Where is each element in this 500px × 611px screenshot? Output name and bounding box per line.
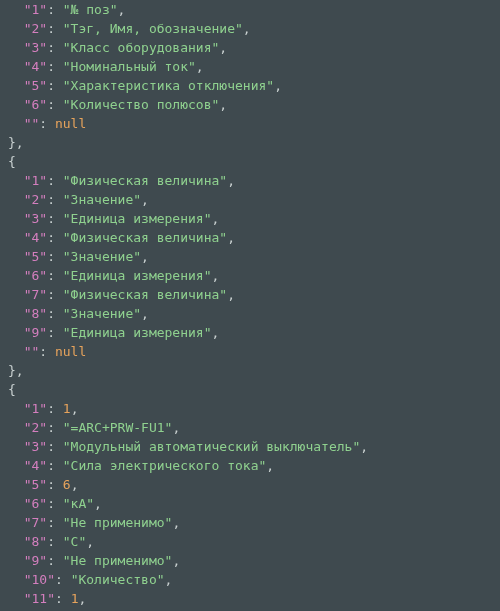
json-key: "1" (24, 2, 47, 17)
json-string-value: "C" (63, 534, 86, 549)
json-string-value: "Не применимо" (63, 553, 173, 568)
json-string-value: "Физическая величина" (63, 287, 227, 302)
json-string-value: "Количество" (71, 572, 165, 587)
json-string-value: "Не применимо" (63, 515, 173, 530)
json-key: "4" (24, 59, 47, 74)
json-key: "1" (24, 401, 47, 416)
json-code-view: "1": "№ поз", "2": "Тэг, Имя, обозначени… (0, 0, 500, 611)
json-key: "6" (24, 268, 47, 283)
json-string-value: "Единица измерения" (63, 268, 212, 283)
json-string-value: "Единица измерения" (63, 325, 212, 340)
json-string-value: "Класс оборудования" (63, 40, 220, 55)
json-string-value: "Значение" (63, 306, 141, 321)
json-key: "6" (24, 97, 47, 112)
json-key: "3" (24, 211, 47, 226)
json-key: "8" (24, 306, 47, 321)
json-null-value: null (55, 344, 86, 359)
json-key: "5" (24, 477, 47, 492)
json-key: "4" (24, 230, 47, 245)
json-key: "4" (24, 458, 47, 473)
json-key: "5" (24, 249, 47, 264)
json-key: "" (24, 116, 40, 131)
json-key: "9" (24, 553, 47, 568)
json-key: "3" (24, 439, 47, 454)
json-object-open: { (8, 382, 16, 397)
json-key: "2" (24, 420, 47, 435)
json-number-value: 6 (63, 477, 71, 492)
json-key: "3" (24, 40, 47, 55)
json-string-value: "Единица измерения" (63, 211, 212, 226)
json-string-value: "Физическая величина" (63, 173, 227, 188)
json-key: "9" (24, 325, 47, 340)
json-object-close: } (8, 363, 16, 378)
json-string-value: "Тэг, Имя, обозначение" (63, 21, 243, 36)
json-key: "" (24, 344, 40, 359)
json-object-close: } (8, 135, 16, 150)
json-number-value: 1 (63, 401, 71, 416)
json-key: "5" (24, 78, 47, 93)
json-key: "2" (24, 21, 47, 36)
json-string-value: "=ARC+PRW-FU1" (63, 420, 173, 435)
json-string-value: "Значение" (63, 249, 141, 264)
json-string-value: "Модульный автоматический выключатель" (63, 439, 360, 454)
json-string-value: "№ поз" (63, 2, 118, 17)
json-object-open: { (8, 154, 16, 169)
json-key: "7" (24, 515, 47, 530)
json-string-value: "Значение" (63, 192, 141, 207)
json-string-value: "кА" (63, 496, 94, 511)
json-key: "8" (24, 534, 47, 549)
json-key: "10" (24, 572, 55, 587)
json-string-value: "Физическая величина" (63, 230, 227, 245)
json-key: "7" (24, 287, 47, 302)
json-string-value: "Характеристика отключения" (63, 78, 274, 93)
json-key: "11" (24, 591, 55, 606)
json-string-value: "Сила электрического тока" (63, 458, 267, 473)
json-string-value: "Количество полюсов" (63, 97, 220, 112)
json-null-value: null (55, 116, 86, 131)
json-key: "1" (24, 173, 47, 188)
json-string-value: "Номинальный ток" (63, 59, 196, 74)
json-key: "2" (24, 192, 47, 207)
json-key: "6" (24, 496, 47, 511)
